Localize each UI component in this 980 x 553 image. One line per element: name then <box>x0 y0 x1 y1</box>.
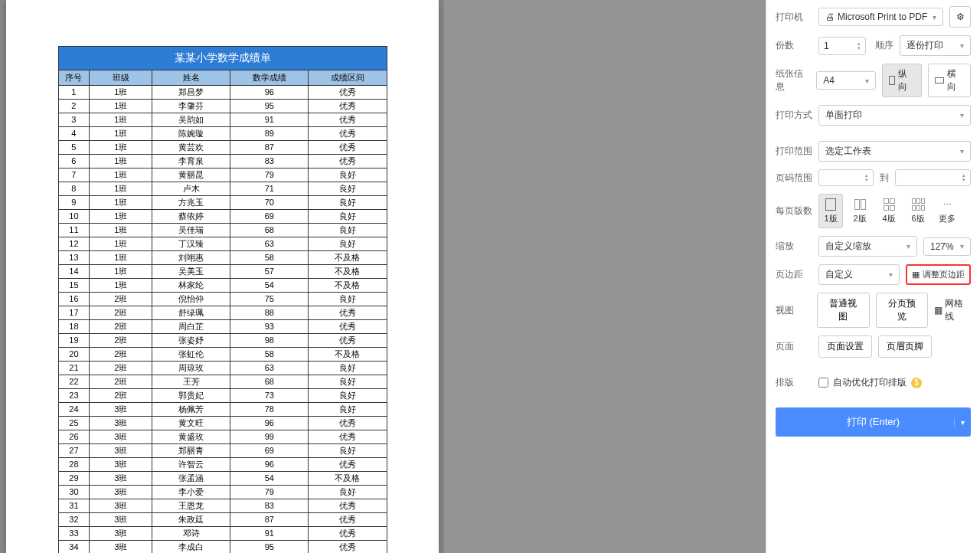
page-from-input[interactable]: ▴▾ <box>818 169 874 186</box>
printer-icon: 🖨 <box>825 11 835 22</box>
table-row: 31班吴韵如91优秀 <box>58 113 387 127</box>
printer-label: 打印机 <box>776 11 812 24</box>
table-row: 273班郑丽青69良好 <box>58 444 387 458</box>
table-row: 192班张姿妤98优秀 <box>58 334 387 348</box>
zoom-label: 缩放 <box>776 240 812 253</box>
paper-select[interactable]: A4 ▾ <box>816 71 876 90</box>
table-row: 172班舒绿珮88优秀 <box>58 306 387 320</box>
table-row: 41班陈婉璇89优秀 <box>58 127 387 141</box>
chevron-down-icon: ▾ <box>889 270 893 279</box>
paper-label: 纸张信息 <box>776 67 810 93</box>
header-footer-button[interactable]: 页眉页脚 <box>878 335 932 358</box>
zoom-value-select[interactable]: 127% ▾ <box>923 237 971 256</box>
copies-spinner[interactable]: ▴▾ <box>858 41 861 51</box>
page-to-input[interactable]: ▴▾ <box>895 169 971 186</box>
printer-settings-button[interactable]: ⚙ <box>949 6 971 28</box>
table-row: 121班丁汉臻63良好 <box>58 237 387 251</box>
print-preview-area: 某某小学数学成绩单 序号 班级 姓名 数学成绩 成绩区间 11班郑昌梦96优秀2… <box>0 0 444 553</box>
page-range-label: 页码范围 <box>776 172 812 185</box>
layout-1-icon <box>822 198 839 211</box>
layout-6up-button[interactable]: 6版 <box>906 194 930 228</box>
view-label: 视图 <box>776 304 811 317</box>
adjust-margin-button[interactable]: ▦ 调整页边距 <box>906 264 971 285</box>
grades-table: 某某小学数学成绩单 序号 班级 姓名 数学成绩 成绩区间 11班郑昌梦96优秀2… <box>58 46 387 553</box>
layout-2up-button[interactable]: 2版 <box>848 194 872 228</box>
per-page-label: 每页版数 <box>776 205 812 218</box>
layout-4-icon <box>880 198 897 211</box>
print-button[interactable]: 打印 (Enter) ▾ <box>776 407 971 437</box>
table-row: 333班邓诗91优秀 <box>58 527 387 541</box>
auto-optimize-checkbox[interactable]: 自动优化打印排版 $ <box>818 376 922 389</box>
layout-4up-button[interactable]: 4版 <box>877 194 901 228</box>
chevron-down-icon: ▾ <box>906 242 910 250</box>
table-row: 131班刘翊惠58不及格 <box>58 251 387 265</box>
order-select[interactable]: 逐份打印 ▾ <box>900 35 971 56</box>
print-range-label: 打印范围 <box>776 145 812 158</box>
table-row: 343班李成白95优秀 <box>58 541 387 554</box>
more-icon: ⋯ <box>939 198 956 211</box>
chevron-down-icon: ▾ <box>960 41 964 50</box>
layout-label: 排版 <box>776 376 812 389</box>
table-row: 162班倪怡仲75良好 <box>58 293 387 306</box>
table-row: 71班黄丽昆79良好 <box>58 169 387 182</box>
margin-label: 页边距 <box>776 268 812 281</box>
table-row: 111班吴佳瑞68良好 <box>58 224 387 237</box>
order-label: 顺序 <box>872 39 893 52</box>
view-page-button[interactable]: 分页预览 <box>876 293 928 328</box>
layout-1up-button[interactable]: 1版 <box>818 194 843 228</box>
copies-input[interactable]: 1 ▴▾ <box>818 37 866 55</box>
preview-gap <box>444 0 766 553</box>
table-row: 101班蔡依婷69良好 <box>58 210 387 224</box>
page-range-to-label: 到 <box>880 172 889 185</box>
margin-icon: ▦ <box>912 270 920 280</box>
table-row: 151班林家纶54不及格 <box>58 279 387 293</box>
table-row: 61班李育泉83优秀 <box>58 155 387 169</box>
layout-more-button[interactable]: ⋯ 更多 <box>935 194 959 228</box>
chevron-down-icon: ▾ <box>960 111 964 119</box>
printer-select[interactable]: 🖨 Microsoft Print to PDF ▾ <box>818 8 943 26</box>
landscape-icon <box>935 77 943 83</box>
table-row: 253班黄文旺96优秀 <box>58 417 387 430</box>
zoom-mode-select[interactable]: 自定义缩放 ▾ <box>818 236 917 257</box>
table-row: 232班郭贵妃73良好 <box>58 389 387 403</box>
table-row: 313班王恩龙83优秀 <box>58 499 387 513</box>
table-row: 141班吴美玉57不及格 <box>58 265 387 279</box>
table-row: 182班周白芷93优秀 <box>58 320 387 334</box>
chevron-down-icon: ▾ <box>960 242 964 250</box>
gridlines-toggle[interactable]: ▦ 网格线 <box>934 297 971 323</box>
table-header-row: 序号 班级 姓名 数学成绩 成绩区间 <box>58 70 387 86</box>
orientation-landscape-button[interactable]: 横向 <box>928 64 971 97</box>
table-title: 某某小学数学成绩单 <box>58 47 387 70</box>
table-row: 263班黄盛玫99优秀 <box>58 430 387 444</box>
auto-optimize-input[interactable] <box>818 378 828 388</box>
print-mode-select[interactable]: 单面打印 ▾ <box>818 105 971 126</box>
table-row: 212班周琼玫63良好 <box>58 362 387 375</box>
page-setup-button[interactable]: 页面设置 <box>818 335 872 358</box>
to-spinner[interactable]: ▴▾ <box>962 173 965 182</box>
portrait-icon <box>889 76 895 85</box>
print-mode-label: 打印方式 <box>776 109 812 122</box>
table-row: 303班李小爱79良好 <box>58 486 387 499</box>
document-page: 某某小学数学成绩单 序号 班级 姓名 数学成绩 成绩区间 11班郑昌梦96优秀2… <box>6 0 439 553</box>
print-range-select[interactable]: 选定工作表 ▾ <box>818 141 971 162</box>
orientation-portrait-button[interactable]: 纵向 <box>882 64 922 97</box>
table-row: 243班杨佩芳78良好 <box>58 403 387 417</box>
view-normal-button[interactable]: 普通视图 <box>817 293 869 328</box>
from-spinner[interactable]: ▴▾ <box>865 173 868 182</box>
margin-select[interactable]: 自定义 ▾ <box>818 264 900 285</box>
layout-6-icon <box>910 198 926 211</box>
table-row: 21班李肇芬95优秀 <box>58 100 387 113</box>
copies-label: 份数 <box>776 39 812 52</box>
chevron-down-icon: ▾ <box>933 13 936 21</box>
layout-2-icon <box>851 198 868 211</box>
chevron-down-icon: ▾ <box>960 147 964 155</box>
table-row: 222班王芳68良好 <box>58 375 387 389</box>
table-row: 91班方兆玉70良好 <box>58 196 387 210</box>
chevron-down-icon[interactable]: ▾ <box>954 418 965 427</box>
table-row: 283班许智云96优秀 <box>58 458 387 472</box>
premium-badge-icon: $ <box>911 378 922 388</box>
table-row: 202班张虹伦58不及格 <box>58 348 387 362</box>
chevron-down-icon: ▾ <box>865 77 869 85</box>
grid-icon: ▦ <box>934 305 942 316</box>
print-settings-sidebar: 打印机 🖨 Microsoft Print to PDF ▾ ⚙ 份数 1 ▴▾… <box>766 0 980 553</box>
